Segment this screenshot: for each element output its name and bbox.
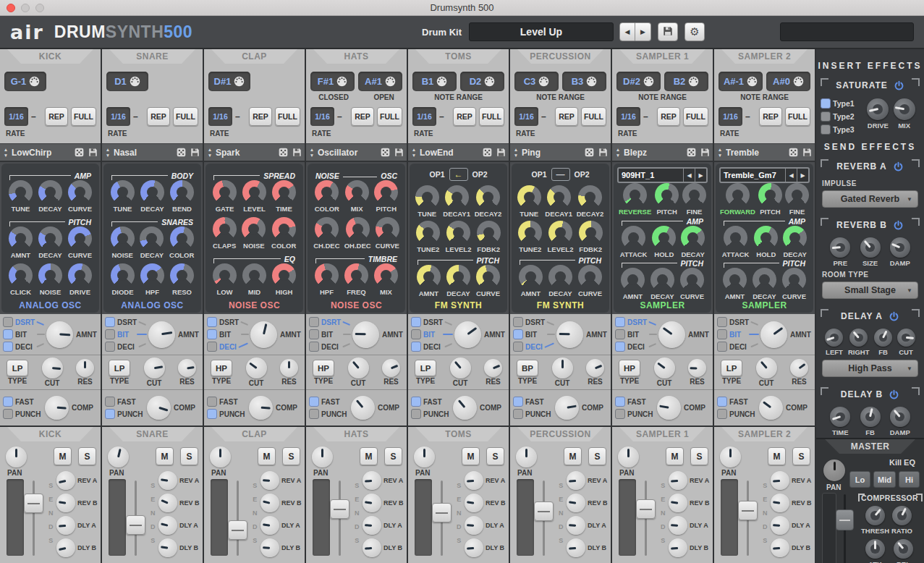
high-knob[interactable] (272, 263, 296, 287)
pan-knob[interactable] (618, 446, 639, 467)
deci-checkbox[interactable] (3, 342, 13, 352)
solo-button[interactable]: S (792, 447, 810, 465)
pan-knob[interactable] (720, 446, 741, 467)
dsrt-checkbox[interactable] (3, 317, 13, 327)
volume-fader[interactable] (432, 503, 452, 522)
hpf-knob[interactable] (315, 263, 339, 287)
gate-knob[interactable] (213, 180, 237, 204)
cut-knob[interactable] (42, 357, 63, 378)
save-preset-icon[interactable] (291, 148, 302, 157)
forward-knob[interactable] (726, 183, 750, 207)
res-knob[interactable] (280, 359, 298, 377)
comp-knob[interactable] (759, 396, 783, 420)
res-knob[interactable] (484, 359, 502, 377)
rep-button[interactable]: REP (453, 107, 476, 126)
dly-b-send-knob[interactable] (567, 538, 585, 557)
cut-knob[interactable] (450, 357, 471, 378)
rep-button[interactable]: REP (555, 107, 578, 126)
bit-checkbox[interactable] (513, 329, 523, 339)
mute-button[interactable]: M (666, 447, 684, 465)
tune-knob[interactable] (415, 185, 439, 209)
cut-knob[interactable] (552, 357, 573, 378)
decay-knob[interactable] (681, 226, 705, 250)
deci-checkbox[interactable] (717, 342, 727, 352)
kill-eq-lo-button[interactable]: Lo (849, 471, 870, 488)
dsrt-checkbox[interactable] (309, 317, 319, 327)
tune-knob[interactable] (9, 180, 33, 204)
punch-checkbox[interactable] (309, 409, 319, 419)
sample-next-button[interactable]: ▶ (797, 169, 808, 182)
amnt-knob[interactable] (519, 265, 543, 289)
attack-knob[interactable] (724, 226, 747, 250)
comp-knob[interactable] (453, 396, 477, 420)
curve-knob[interactable] (68, 180, 92, 204)
punch-checkbox[interactable] (105, 409, 115, 419)
randomize-dice-icon[interactable] (685, 148, 697, 157)
decay-knob[interactable] (38, 227, 62, 250)
decay-knob[interactable] (650, 268, 674, 292)
fb-knob[interactable] (874, 329, 892, 347)
rate-value[interactable]: 1/16 (412, 107, 436, 126)
filter-type-button[interactable]: BP (517, 360, 538, 376)
curve-knob[interactable] (578, 265, 602, 289)
fine-knob[interactable] (785, 183, 809, 207)
curve-knob[interactable] (476, 265, 500, 289)
dsrt-checkbox[interactable] (717, 317, 727, 327)
preset-name[interactable]: Oscillator (318, 148, 377, 158)
dly-a-send-knob[interactable] (56, 516, 75, 535)
tune-knob[interactable] (517, 185, 541, 209)
tune2-knob[interactable] (416, 221, 440, 245)
rev-b-send-knob[interactable] (669, 494, 687, 512)
rev-a-send-knob[interactable] (567, 471, 585, 490)
kill-eq-hi-button[interactable]: Hi (899, 471, 920, 488)
rep-button[interactable]: REP (657, 107, 680, 126)
mute-button[interactable]: M (768, 447, 786, 465)
minimize-window-button[interactable] (21, 4, 30, 12)
rate-value[interactable]: 1/16 (514, 107, 538, 126)
color-knob[interactable] (272, 217, 296, 241)
punch-checkbox[interactable] (207, 409, 217, 419)
dsrt-checkbox[interactable] (105, 317, 115, 327)
mute-button[interactable]: M (564, 447, 582, 465)
cut-knob[interactable] (654, 357, 675, 378)
randomize-dice-icon[interactable] (583, 148, 595, 157)
curve-knob[interactable] (68, 227, 92, 250)
res-knob[interactable] (178, 359, 196, 377)
fast-checkbox[interactable] (615, 397, 625, 407)
reverb-a-power-icon[interactable] (893, 161, 904, 172)
note-button[interactable]: D#1 (208, 72, 250, 91)
dsrt-checkbox[interactable] (615, 317, 625, 327)
fdbk2-knob[interactable] (477, 221, 501, 245)
ratio-knob[interactable] (892, 506, 912, 525)
diode-knob[interactable] (111, 263, 135, 287)
oh-dec-knob[interactable] (346, 217, 370, 241)
note-button[interactable]: B1 (412, 72, 457, 91)
deci-checkbox[interactable] (207, 342, 217, 352)
noise-knob[interactable] (242, 217, 266, 241)
pan-knob[interactable] (312, 446, 333, 467)
rate-value[interactable]: 1/16 (719, 107, 742, 126)
hold-knob[interactable] (754, 226, 778, 250)
master-volume-fader[interactable] (836, 509, 854, 530)
preset-spinner[interactable]: ▲▼ (2, 148, 9, 158)
randomize-dice-icon[interactable] (787, 148, 799, 157)
deci-checkbox[interactable] (513, 342, 523, 352)
rev-a-send-knob[interactable] (669, 471, 687, 490)
rev-b-send-knob[interactable] (465, 494, 483, 512)
curve-knob[interactable] (680, 268, 704, 292)
save-preset-icon[interactable] (801, 148, 813, 157)
save-kit-button[interactable] (658, 22, 678, 41)
level2-knob[interactable] (446, 221, 470, 245)
note-button[interactable]: A#-1 (719, 72, 763, 91)
rev-b-send-knob[interactable] (771, 494, 789, 512)
cut-knob[interactable] (246, 357, 267, 378)
delay-mode-dropdown[interactable]: High Pass▼ (822, 360, 918, 377)
tune-knob[interactable] (111, 180, 135, 204)
decay-knob[interactable] (548, 265, 572, 289)
preset-name[interactable]: Spark (216, 148, 275, 158)
rate-value[interactable]: 1/16 (310, 107, 334, 126)
damp-knob[interactable] (890, 407, 910, 427)
fast-checkbox[interactable] (411, 397, 421, 407)
res-knob[interactable] (790, 359, 808, 377)
comp-knob[interactable] (555, 396, 579, 420)
